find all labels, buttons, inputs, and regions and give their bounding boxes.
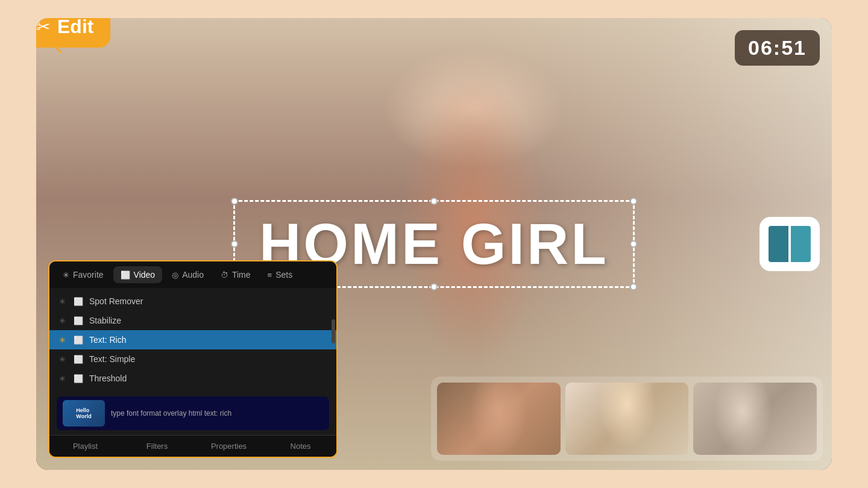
threshold-icon: ⬜	[74, 374, 83, 383]
bottom-tab-properties[interactable]: Properties	[193, 436, 265, 457]
text-rich-label: Text: Rich	[89, 335, 126, 345]
preview-description: type font format overlay html text: rich	[111, 408, 231, 419]
threshold-label: Threshold	[89, 374, 127, 383]
bottom-tab-notes[interactable]: Notes	[265, 436, 336, 457]
thumbnail-strip	[431, 377, 823, 461]
time-tab-label: Time	[232, 270, 251, 280]
favorite-tab-icon: ✳	[63, 271, 69, 280]
item-text-rich[interactable]: ✳ ⬜ Text: Rich	[49, 330, 336, 349]
time-tab-icon: ⏱	[221, 271, 228, 280]
selection-dot-bm[interactable]	[430, 283, 438, 290]
thumbnail-1[interactable]	[437, 383, 561, 455]
selection-dot-ml[interactable]	[231, 240, 238, 248]
panel-bottom-tabs: Playlist Filters Properties Notes	[49, 435, 336, 457]
item-text-simple[interactable]: ✳ ⬜ Text: Simple	[49, 349, 336, 369]
panel-list: ✳ ⬜ Spot Remover ✳ ⬜ Stabilize ✳ ⬜ Text:…	[49, 288, 336, 392]
sets-tab-icon: ≡	[268, 271, 272, 280]
tab-time[interactable]: ⏱ Time	[213, 266, 258, 283]
text-simple-label: Text: Simple	[89, 354, 135, 364]
spot-remover-icon: ⬜	[74, 297, 83, 306]
bottom-tab-playlist[interactable]: Playlist	[49, 436, 121, 457]
selection-dot-mr[interactable]	[630, 240, 637, 248]
panel-scrollbar[interactable]	[332, 288, 335, 392]
item-threshold[interactable]: ✳ ⬜ Threshold	[49, 369, 336, 388]
split-right-panel	[791, 226, 811, 262]
text-simple-star[interactable]: ✳	[59, 355, 68, 364]
edit-badge[interactable]: ✂ Edit ↖	[36, 18, 110, 48]
split-screen-icon[interactable]	[760, 217, 820, 271]
preview-thumbnail: HelloWorld	[63, 400, 105, 427]
audio-tab-label: Audio	[182, 270, 204, 280]
text-rich-icon: ⬜	[74, 336, 83, 345]
preview-area: HelloWorld type font format overlay html…	[57, 396, 329, 430]
text-rich-star[interactable]: ✳	[59, 336, 68, 345]
filter-panel: ✳ Favorite ⬜ Video ◎ Audio ⏱ Time ≡ Sets	[48, 260, 338, 458]
item-spot-remover[interactable]: ✳ ⬜ Spot Remover	[49, 292, 336, 311]
preview-thumb-text: HelloWorld	[76, 407, 91, 419]
bottom-tab-filters[interactable]: Filters	[121, 436, 193, 457]
selection-dot-tm[interactable]	[430, 198, 438, 205]
tab-video[interactable]: ⬜ Video	[113, 266, 163, 283]
selection-dot-tr[interactable]	[630, 198, 637, 205]
video-tab-icon: ⬜	[121, 271, 130, 280]
panel-tabs: ✳ Favorite ⬜ Video ◎ Audio ⏱ Time ≡ Sets	[49, 261, 336, 288]
selection-dot-br[interactable]	[630, 283, 637, 290]
text-simple-icon: ⬜	[74, 355, 83, 364]
stabilize-icon: ⬜	[74, 316, 83, 325]
tab-favorite[interactable]: ✳ Favorite	[55, 266, 111, 283]
thumbnail-2[interactable]	[565, 383, 689, 455]
threshold-star[interactable]: ✳	[59, 374, 68, 383]
audio-tab-icon: ◎	[172, 271, 178, 280]
main-container: ✂ Edit ↖ 06:51 HOME GIRL ✳	[36, 18, 832, 470]
video-tab-label: Video	[134, 270, 156, 280]
stabilize-star[interactable]: ✳	[59, 316, 68, 325]
item-stabilize[interactable]: ✳ ⬜ Stabilize	[49, 311, 336, 330]
tab-sets[interactable]: ≡ Sets	[260, 266, 300, 283]
scissors-icon: ✂	[36, 18, 50, 37]
time-value: 06:51	[748, 36, 807, 59]
split-inner	[769, 226, 811, 262]
time-badge: 06:51	[735, 30, 820, 66]
split-left-panel	[769, 226, 788, 262]
cursor-icon: ↖	[48, 36, 64, 58]
favorite-tab-label: Favorite	[73, 270, 104, 280]
sets-tab-label: Sets	[275, 270, 292, 280]
stabilize-label: Stabilize	[89, 316, 121, 325]
spot-remover-label: Spot Remover	[89, 296, 143, 306]
tab-audio[interactable]: ◎ Audio	[165, 266, 211, 283]
thumbnail-3[interactable]	[693, 383, 817, 455]
panel-scrollbar-thumb[interactable]	[332, 319, 335, 343]
spot-remover-star[interactable]: ✳	[59, 297, 68, 306]
selection-dot-tl[interactable]	[231, 198, 238, 205]
